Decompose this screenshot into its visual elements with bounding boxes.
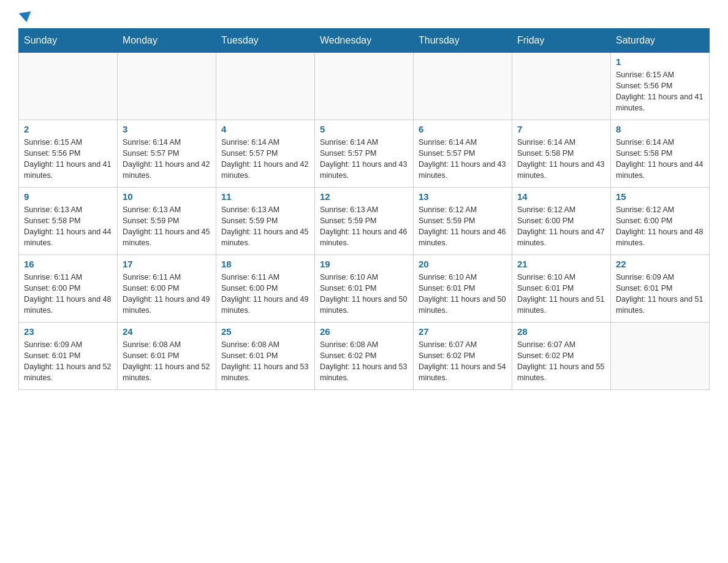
day-header-friday: Friday (512, 29, 611, 53)
calendar-cell: 25Sunrise: 6:08 AM Sunset: 6:01 PM Dayli… (216, 323, 315, 390)
calendar-cell: 20Sunrise: 6:10 AM Sunset: 6:01 PM Dayli… (414, 255, 512, 323)
calendar-cell: 13Sunrise: 6:12 AM Sunset: 5:59 PM Dayli… (414, 188, 512, 255)
calendar-cell (512, 53, 611, 120)
day-number: 18 (221, 259, 309, 269)
day-number: 26 (320, 326, 408, 337)
calendar-cell: 11Sunrise: 6:13 AM Sunset: 5:59 PM Dayli… (216, 188, 315, 255)
day-headers-row: SundayMondayTuesdayWednesdayThursdayFrid… (19, 29, 710, 53)
day-number: 13 (419, 191, 507, 202)
day-number: 21 (517, 259, 605, 269)
day-number: 19 (320, 259, 408, 269)
day-number: 7 (517, 124, 605, 134)
day-number: 1 (616, 56, 704, 67)
day-number: 12 (320, 191, 408, 202)
day-number: 20 (419, 259, 507, 269)
day-info: Sunrise: 6:11 AM Sunset: 6:00 PM Dayligh… (24, 272, 112, 316)
day-info: Sunrise: 6:15 AM Sunset: 5:56 PM Dayligh… (616, 69, 704, 114)
calendar-cell: 4Sunrise: 6:14 AM Sunset: 5:57 PM Daylig… (216, 120, 315, 188)
day-number: 16 (24, 259, 112, 269)
calendar-cell: 2Sunrise: 6:15 AM Sunset: 5:56 PM Daylig… (19, 120, 118, 188)
day-number: 17 (123, 259, 211, 269)
calendar-cell: 16Sunrise: 6:11 AM Sunset: 6:00 PM Dayli… (19, 255, 118, 323)
calendar-cell: 6Sunrise: 6:14 AM Sunset: 5:57 PM Daylig… (414, 120, 512, 188)
day-number: 23 (24, 326, 112, 337)
day-info: Sunrise: 6:12 AM Sunset: 6:00 PM Dayligh… (517, 204, 605, 249)
page-header (18, 12, 710, 22)
day-header-thursday: Thursday (414, 29, 512, 53)
calendar-cell: 19Sunrise: 6:10 AM Sunset: 6:01 PM Dayli… (315, 255, 414, 323)
calendar-cell: 23Sunrise: 6:09 AM Sunset: 6:01 PM Dayli… (19, 323, 118, 390)
calendar-cell: 1Sunrise: 6:15 AM Sunset: 5:56 PM Daylig… (611, 53, 710, 120)
day-header-wednesday: Wednesday (315, 29, 414, 53)
day-header-sunday: Sunday (19, 29, 118, 53)
day-info: Sunrise: 6:09 AM Sunset: 6:01 PM Dayligh… (616, 272, 704, 316)
calendar-cell: 3Sunrise: 6:14 AM Sunset: 5:57 PM Daylig… (118, 120, 216, 188)
day-number: 24 (123, 326, 211, 337)
day-info: Sunrise: 6:10 AM Sunset: 6:01 PM Dayligh… (320, 272, 408, 316)
day-header-saturday: Saturday (611, 29, 710, 53)
day-number: 9 (24, 191, 112, 202)
week-row-3: 9Sunrise: 6:13 AM Sunset: 5:58 PM Daylig… (19, 188, 710, 255)
day-number: 6 (419, 124, 507, 134)
calendar-cell: 28Sunrise: 6:07 AM Sunset: 6:02 PM Dayli… (512, 323, 611, 390)
day-number: 5 (320, 124, 408, 134)
day-info: Sunrise: 6:12 AM Sunset: 6:00 PM Dayligh… (616, 204, 704, 249)
day-info: Sunrise: 6:14 AM Sunset: 5:57 PM Dayligh… (320, 137, 408, 182)
calendar-table: SundayMondayTuesdayWednesdayThursdayFrid… (18, 28, 710, 390)
calendar-cell: 9Sunrise: 6:13 AM Sunset: 5:58 PM Daylig… (19, 188, 118, 255)
day-number: 3 (123, 124, 211, 134)
day-number: 4 (221, 124, 309, 134)
day-header-monday: Monday (118, 29, 216, 53)
day-number: 25 (221, 326, 309, 337)
calendar-cell: 7Sunrise: 6:14 AM Sunset: 5:58 PM Daylig… (512, 120, 611, 188)
day-info: Sunrise: 6:11 AM Sunset: 6:00 PM Dayligh… (221, 272, 309, 316)
calendar-cell: 24Sunrise: 6:08 AM Sunset: 6:01 PM Dayli… (118, 323, 216, 390)
calendar-cell (611, 323, 710, 390)
day-info: Sunrise: 6:13 AM Sunset: 5:58 PM Dayligh… (24, 204, 112, 249)
day-number: 14 (517, 191, 605, 202)
week-row-5: 23Sunrise: 6:09 AM Sunset: 6:01 PM Dayli… (19, 323, 710, 390)
day-info: Sunrise: 6:09 AM Sunset: 6:01 PM Dayligh… (24, 339, 112, 384)
day-info: Sunrise: 6:14 AM Sunset: 5:57 PM Dayligh… (123, 137, 211, 182)
calendar-cell: 12Sunrise: 6:13 AM Sunset: 5:59 PM Dayli… (315, 188, 414, 255)
calendar-cell (19, 53, 118, 120)
calendar-cell: 18Sunrise: 6:11 AM Sunset: 6:00 PM Dayli… (216, 255, 315, 323)
day-info: Sunrise: 6:13 AM Sunset: 5:59 PM Dayligh… (123, 204, 211, 249)
day-info: Sunrise: 6:12 AM Sunset: 5:59 PM Dayligh… (419, 204, 507, 249)
calendar-cell: 5Sunrise: 6:14 AM Sunset: 5:57 PM Daylig… (315, 120, 414, 188)
day-number: 11 (221, 191, 309, 202)
day-info: Sunrise: 6:08 AM Sunset: 6:02 PM Dayligh… (320, 339, 408, 384)
calendar-cell (216, 53, 315, 120)
day-info: Sunrise: 6:14 AM Sunset: 5:57 PM Dayligh… (221, 137, 309, 182)
day-info: Sunrise: 6:14 AM Sunset: 5:58 PM Dayligh… (616, 137, 704, 182)
logo-general-text (18, 12, 32, 22)
week-row-4: 16Sunrise: 6:11 AM Sunset: 6:00 PM Dayli… (19, 255, 710, 323)
day-info: Sunrise: 6:14 AM Sunset: 5:57 PM Dayligh… (419, 137, 507, 182)
week-row-2: 2Sunrise: 6:15 AM Sunset: 5:56 PM Daylig… (19, 120, 710, 188)
calendar-cell (118, 53, 216, 120)
calendar-cell: 17Sunrise: 6:11 AM Sunset: 6:00 PM Dayli… (118, 255, 216, 323)
calendar-header: SundayMondayTuesdayWednesdayThursdayFrid… (19, 29, 710, 53)
calendar-cell: 27Sunrise: 6:07 AM Sunset: 6:02 PM Dayli… (414, 323, 512, 390)
day-number: 27 (419, 326, 507, 337)
day-info: Sunrise: 6:08 AM Sunset: 6:01 PM Dayligh… (123, 339, 211, 384)
day-number: 28 (517, 326, 605, 337)
day-info: Sunrise: 6:13 AM Sunset: 5:59 PM Dayligh… (320, 204, 408, 249)
week-row-1: 1Sunrise: 6:15 AM Sunset: 5:56 PM Daylig… (19, 53, 710, 120)
day-number: 8 (616, 124, 704, 134)
day-info: Sunrise: 6:07 AM Sunset: 6:02 PM Dayligh… (517, 339, 605, 384)
day-info: Sunrise: 6:13 AM Sunset: 5:59 PM Dayligh… (221, 204, 309, 249)
day-info: Sunrise: 6:15 AM Sunset: 5:56 PM Dayligh… (24, 137, 112, 182)
day-number: 15 (616, 191, 704, 202)
calendar-cell: 22Sunrise: 6:09 AM Sunset: 6:01 PM Dayli… (611, 255, 710, 323)
calendar-cell: 14Sunrise: 6:12 AM Sunset: 6:00 PM Dayli… (512, 188, 611, 255)
logo-triangle-icon (19, 11, 32, 23)
calendar-body: 1Sunrise: 6:15 AM Sunset: 5:56 PM Daylig… (19, 53, 710, 390)
calendar-cell: 26Sunrise: 6:08 AM Sunset: 6:02 PM Dayli… (315, 323, 414, 390)
calendar-cell: 21Sunrise: 6:10 AM Sunset: 6:01 PM Dayli… (512, 255, 611, 323)
day-number: 22 (616, 259, 704, 269)
calendar-cell: 15Sunrise: 6:12 AM Sunset: 6:00 PM Dayli… (611, 188, 710, 255)
day-info: Sunrise: 6:07 AM Sunset: 6:02 PM Dayligh… (419, 339, 507, 384)
day-number: 10 (123, 191, 211, 202)
day-info: Sunrise: 6:10 AM Sunset: 6:01 PM Dayligh… (517, 272, 605, 316)
